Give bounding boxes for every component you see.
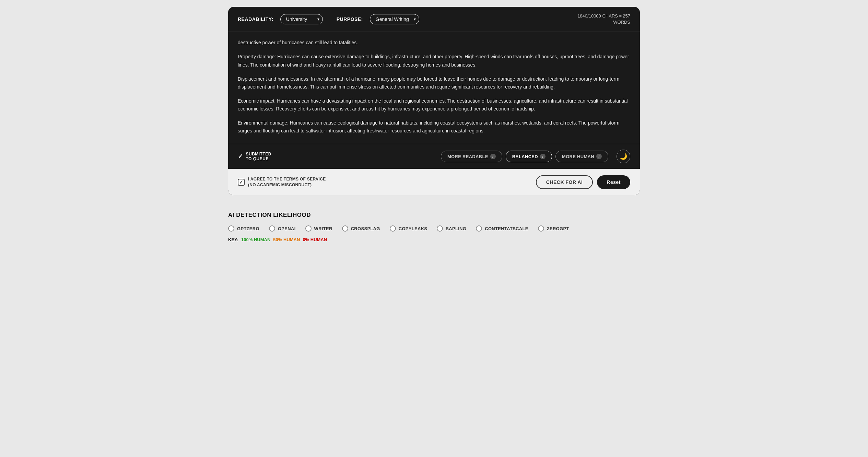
more-readable-info-icon[interactable]: i xyxy=(490,154,496,159)
detector-zerogpt: ZEROGPT xyxy=(538,225,569,232)
detector-radio-zerogpt[interactable] xyxy=(538,225,544,232)
content-para-4: Environmental damage: Hurricanes can cau… xyxy=(238,119,630,135)
main-card: READABILITY: University High School Grad… xyxy=(228,7,640,195)
detector-openai: OPENAI xyxy=(269,225,296,232)
detector-writer: WRITER xyxy=(305,225,332,232)
moon-icon: 🌙 xyxy=(620,153,627,160)
detector-radio-copyleaks[interactable] xyxy=(390,225,396,232)
content-area[interactable]: destructive power of hurricanes can stil… xyxy=(228,32,640,141)
content-para-2: Displacement and homelessness: In the af… xyxy=(238,75,630,91)
key-row: KEY: 100% HUMAN 50% HUMAN 0% HUMAN xyxy=(228,237,640,242)
terms-wrapper: ✓ I AGREE TO THE TERMS OF SERVICE (NO AC… xyxy=(238,176,326,188)
key-50-human: 50% HUMAN xyxy=(273,237,300,242)
detector-radio-openai[interactable] xyxy=(269,225,275,232)
more-human-button[interactable]: MORE HUMAN i xyxy=(555,151,608,162)
mode-buttons: MORE READABLE i BALANCED i MORE HUMAN i xyxy=(441,151,608,162)
detector-radio-crossplag[interactable] xyxy=(342,225,348,232)
bottom-actions: ✓ I AGREE TO THE TERMS OF SERVICE (NO AC… xyxy=(228,169,640,195)
terms-checkbox[interactable]: ✓ xyxy=(238,179,245,186)
terms-text: I AGREE TO THE TERMS OF SERVICE (NO ACAD… xyxy=(248,176,326,188)
detector-radio-contentatscale[interactable] xyxy=(476,225,482,232)
more-readable-button[interactable]: MORE READABLE i xyxy=(441,151,502,162)
bottom-bar: ✓ SUBMITTED TO QUEUE MORE READABLE i BAL… xyxy=(228,144,640,169)
readability-select-wrapper: University High School Graduate Professi… xyxy=(280,14,323,24)
submitted-badge: ✓ SUBMITTED TO QUEUE xyxy=(238,152,271,161)
detector-sapling: SAPLING xyxy=(437,225,466,232)
detector-contentatscale: CONTENTATSCALE xyxy=(476,225,528,232)
detector-radio-sapling[interactable] xyxy=(437,225,443,232)
detector-radio-gptzero[interactable] xyxy=(228,225,234,232)
purpose-select-wrapper: General Writing Academic Business Creati… xyxy=(370,14,419,24)
content-para-3: Economic impact: Hurricanes can have a d… xyxy=(238,97,630,113)
detector-radio-writer[interactable] xyxy=(305,225,312,232)
checkbox-tick-icon: ✓ xyxy=(239,179,243,185)
balanced-button[interactable]: BALANCED i xyxy=(506,151,552,162)
purpose-select[interactable]: General Writing Academic Business Creati… xyxy=(370,14,419,24)
more-human-info-icon[interactable]: i xyxy=(596,154,602,159)
dark-mode-button[interactable]: 🌙 xyxy=(617,150,630,163)
ai-detection-section: AI DETECTION LIKELIHOOD GPTZERO OPENAI W… xyxy=(228,203,640,248)
detectors-row: GPTZERO OPENAI WRITER CROSSPLAG COPYLEAK… xyxy=(228,225,640,232)
check-for-ai-button[interactable]: CHECK FOR AI xyxy=(536,175,593,189)
readability-label: READABILITY: xyxy=(238,16,273,22)
char-count: 1840/10000 CHARS ≈ 257 WORDS xyxy=(577,13,630,25)
balanced-info-icon[interactable]: i xyxy=(540,154,546,159)
detector-crossplag: CROSSPLAG xyxy=(342,225,380,232)
reset-button[interactable]: Reset xyxy=(597,175,630,189)
toolbar: READABILITY: University High School Grad… xyxy=(228,7,640,32)
purpose-label: PURPOSE: xyxy=(337,16,363,22)
submitted-text: SUBMITTED TO QUEUE xyxy=(246,152,272,161)
check-icon: ✓ xyxy=(238,153,243,160)
key-100-human: 100% HUMAN xyxy=(241,237,270,242)
key-0-human: 0% HUMAN xyxy=(303,237,327,242)
ai-detection-title: AI DETECTION LIKELIHOOD xyxy=(228,212,640,219)
readability-select[interactable]: University High School Graduate Professi… xyxy=(280,14,323,24)
content-para-0: destructive power of hurricanes can stil… xyxy=(238,39,630,47)
actions-right: CHECK FOR AI Reset xyxy=(536,175,630,189)
content-para-1: Property damage: Hurricanes can cause ex… xyxy=(238,53,630,69)
detector-gptzero: GPTZERO xyxy=(228,225,259,232)
detector-copyleaks: COPYLEAKS xyxy=(390,225,427,232)
